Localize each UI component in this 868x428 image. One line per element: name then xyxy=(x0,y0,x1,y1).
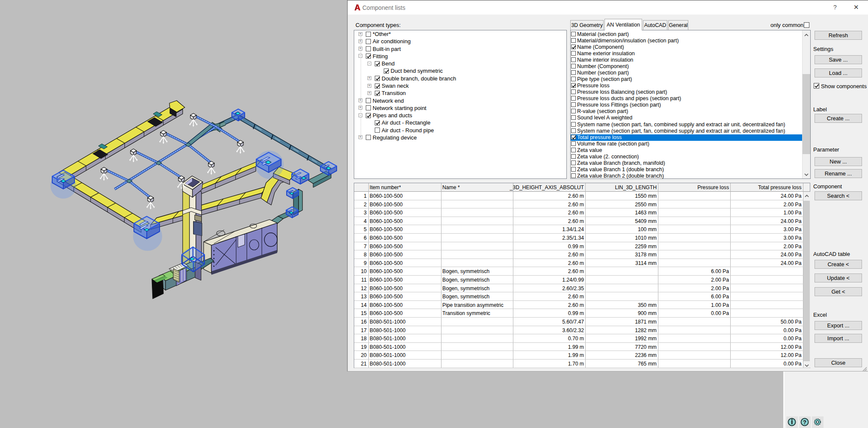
svg-text:?: ? xyxy=(803,419,806,425)
